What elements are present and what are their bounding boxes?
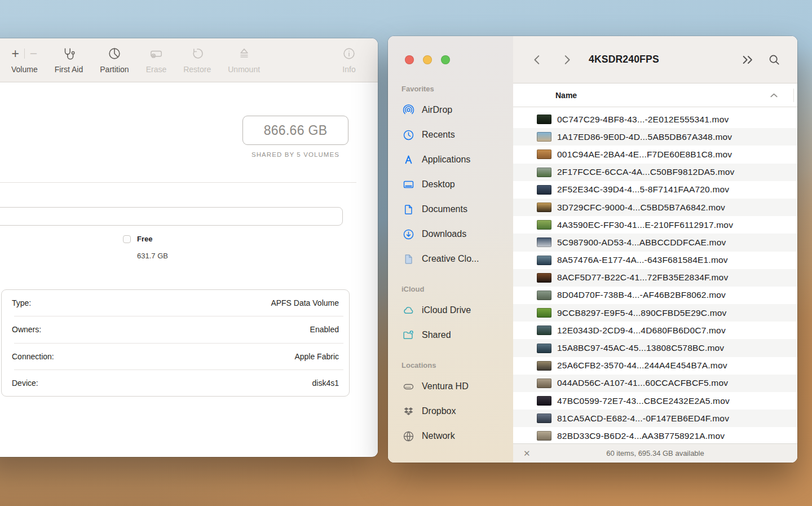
restore-button[interactable]: Restore bbox=[183, 45, 211, 74]
file-row[interactable]: 82BD33C9-B6D2-4...AA3B7758921A.mov bbox=[513, 427, 797, 445]
sidebar-item-label: Downloads bbox=[422, 229, 466, 239]
sidebar-item-dropbox[interactable]: Dropbox bbox=[388, 399, 513, 424]
minimize-window-button[interactable] bbox=[423, 55, 432, 64]
sidebar-item-downloads[interactable]: Downloads bbox=[388, 222, 513, 247]
icloud-drive-icon bbox=[401, 304, 415, 316]
file-name: 001C94AE-2BA4-4E...F7DE60E8B1C8.mov bbox=[557, 149, 732, 160]
sidebar-item-label: Recents bbox=[422, 130, 455, 140]
file-row[interactable]: 044AD56C-A107-41...60CCACFBCF5.mov bbox=[513, 375, 797, 392]
file-row[interactable]: 8A57476A-E177-4A...-643F681584E1.mov bbox=[513, 252, 797, 269]
restore-icon bbox=[190, 45, 205, 62]
close-window-button[interactable] bbox=[405, 55, 414, 64]
free-label: Free bbox=[137, 235, 168, 243]
detail-value: Enabled bbox=[310, 325, 339, 334]
desktop-icon bbox=[401, 178, 415, 191]
sidebar-item-label: Creative Clo... bbox=[422, 254, 479, 264]
add-remove-volume-group[interactable]: + − Volume bbox=[11, 45, 38, 74]
add-volume-icon[interactable]: + bbox=[11, 47, 19, 60]
zoom-window-button[interactable] bbox=[441, 55, 450, 64]
detail-value: APFS Data Volume bbox=[271, 298, 339, 307]
sidebar-item-recents[interactable]: Recents bbox=[388, 122, 513, 147]
file-row[interactable]: 5C987900-AD53-4...ABBCCDDFCAE.mov bbox=[513, 234, 797, 251]
eject-icon[interactable]: ✕ bbox=[523, 449, 531, 457]
sidebar-item-desktop[interactable]: Desktop bbox=[388, 172, 513, 197]
search-button[interactable] bbox=[768, 54, 780, 66]
detail-label: Type: bbox=[12, 298, 31, 307]
downloads-icon bbox=[401, 228, 415, 240]
double-chevron-icon bbox=[741, 54, 754, 65]
video-thumbnail bbox=[537, 379, 551, 388]
file-row[interactable]: 2F17FCCE-6CCA-4A...C50BF9812DA5.mov bbox=[513, 164, 797, 181]
file-row[interactable]: 0C747C29-4BF8-43...-2E012E555341.mov bbox=[513, 111, 797, 128]
file-row[interactable]: 9CCB8297-E9F5-4...890CFBD5E29C.mov bbox=[513, 304, 797, 322]
file-name: 044AD56C-A107-41...60CCACFBCF5.mov bbox=[557, 378, 728, 388]
file-row[interactable]: 81CA5ACD-E682-4...-0F147EB6ED4F.mov bbox=[513, 410, 797, 427]
file-row[interactable]: 25A6CFB2-3570-44...244A4E454B7A.mov bbox=[513, 357, 797, 375]
info-button[interactable]: Info bbox=[342, 45, 356, 74]
file-row[interactable]: 8D04D70F-738B-4...-AF46B2BF8062.mov bbox=[513, 287, 797, 304]
sidebar-item-label: Network bbox=[422, 431, 455, 441]
name-column-header[interactable]: Name bbox=[513, 83, 797, 107]
file-row[interactable]: 8ACF5D77-B22C-41...72FB35E2834F.mov bbox=[513, 269, 797, 287]
file-row[interactable]: 4A3590EC-FF30-41...E-210FF6112917.mov bbox=[513, 216, 797, 234]
detail-row: Device: disk4s1 bbox=[2, 370, 349, 396]
sidebar-item-airdrop[interactable]: AirDrop bbox=[388, 98, 513, 122]
remove-volume-icon[interactable]: − bbox=[30, 47, 37, 60]
erase-button[interactable]: Erase bbox=[146, 45, 167, 74]
section-divider bbox=[0, 182, 356, 183]
partition-icon bbox=[107, 45, 122, 62]
sidebar-item-network[interactable]: Network bbox=[388, 424, 513, 448]
first-aid-button[interactable]: First Aid bbox=[55, 45, 83, 74]
video-thumbnail bbox=[537, 149, 551, 159]
column-divider[interactable] bbox=[793, 89, 794, 102]
detail-label: Owners: bbox=[12, 325, 41, 334]
detail-label: Connection: bbox=[12, 352, 54, 361]
video-thumbnail bbox=[537, 273, 551, 283]
volume-details-table: Type: APFS Data VolumeOwners: EnabledCon… bbox=[1, 289, 350, 397]
partition-button[interactable]: Partition bbox=[100, 45, 129, 74]
video-thumbnail bbox=[537, 325, 551, 335]
file-name: 3D729CFC-9000-4...C5BD5B7A6842.mov bbox=[557, 203, 725, 213]
finder-sidebar: Favorites AirDrop Recents Applications D… bbox=[388, 36, 513, 463]
free-amount: 631.7 GB bbox=[137, 252, 168, 260]
forward-button[interactable] bbox=[561, 54, 573, 66]
sidebar-item-ventura-hd[interactable]: Ventura HD bbox=[388, 374, 513, 399]
dropbox-icon bbox=[401, 405, 415, 417]
detail-row: Type: APFS Data Volume bbox=[2, 290, 349, 316]
sidebar-section-header: Favorites bbox=[401, 85, 513, 93]
file-name: 47BC0599-72E7-43...CBCE2432E2A5.mov bbox=[557, 396, 730, 406]
file-name: 8D04D70F-738B-4...-AF46B2BF8062.mov bbox=[557, 290, 726, 300]
file-row[interactable]: 47BC0599-72E7-43...CBCE2432E2A5.mov bbox=[513, 392, 797, 410]
sidebar-item-label: Ventura HD bbox=[422, 381, 469, 391]
search-icon bbox=[768, 54, 780, 66]
file-row[interactable]: 3D729CFC-9000-4...C5BD5B7A6842.mov bbox=[513, 199, 797, 216]
toolbar-overflow-button[interactable] bbox=[741, 54, 754, 65]
unmount-button[interactable]: Unmount bbox=[228, 45, 260, 74]
file-name: 1A17ED86-9E0D-4D...5AB5DB67A348.mov bbox=[557, 132, 732, 142]
video-thumbnail bbox=[537, 237, 551, 247]
ventura-hd-icon bbox=[401, 380, 415, 393]
back-button[interactable] bbox=[531, 54, 544, 66]
sidebar-item-documents[interactable]: Documents bbox=[388, 197, 513, 222]
sidebar-item-icloud-drive[interactable]: iCloud Drive bbox=[388, 298, 513, 323]
detail-value: disk4s1 bbox=[312, 379, 339, 388]
file-name: 81CA5ACD-E682-4...-0F147EB6ED4F.mov bbox=[557, 413, 729, 424]
file-row[interactable]: 15A8BC97-45AC-45...13808C578BC.mov bbox=[513, 339, 797, 357]
file-row[interactable]: 001C94AE-2BA4-4E...F7DE60E8B1C8.mov bbox=[513, 146, 797, 163]
file-name: 25A6CFB2-3570-44...244A4E454B7A.mov bbox=[557, 360, 727, 371]
capacity-value: 866.66 GB bbox=[264, 123, 328, 138]
sidebar-item-creative-clo[interactable]: Creative Clo... bbox=[388, 247, 513, 271]
sidebar-item-label: Desktop bbox=[422, 179, 455, 190]
sidebar-item-shared[interactable]: Shared bbox=[388, 323, 513, 347]
file-row[interactable]: 2F52E34C-39D4-4...5-8F7141FAA720.mov bbox=[513, 181, 797, 199]
sidebar-item-label: iCloud Drive bbox=[422, 305, 471, 315]
file-row[interactable]: 1A17ED86-9E0D-4D...5AB5DB67A348.mov bbox=[513, 128, 797, 146]
info-icon bbox=[342, 45, 356, 62]
usage-bar bbox=[0, 207, 343, 226]
erase-label: Erase bbox=[146, 65, 167, 74]
video-thumbnail bbox=[537, 115, 551, 124]
file-row[interactable]: 12E0343D-2CD9-4...4D680FB6D0C7.mov bbox=[513, 322, 797, 339]
sidebar-item-applications[interactable]: Applications bbox=[388, 147, 513, 172]
volume-button-divider bbox=[24, 49, 25, 59]
finder-window: Favorites AirDrop Recents Applications D… bbox=[388, 36, 797, 463]
